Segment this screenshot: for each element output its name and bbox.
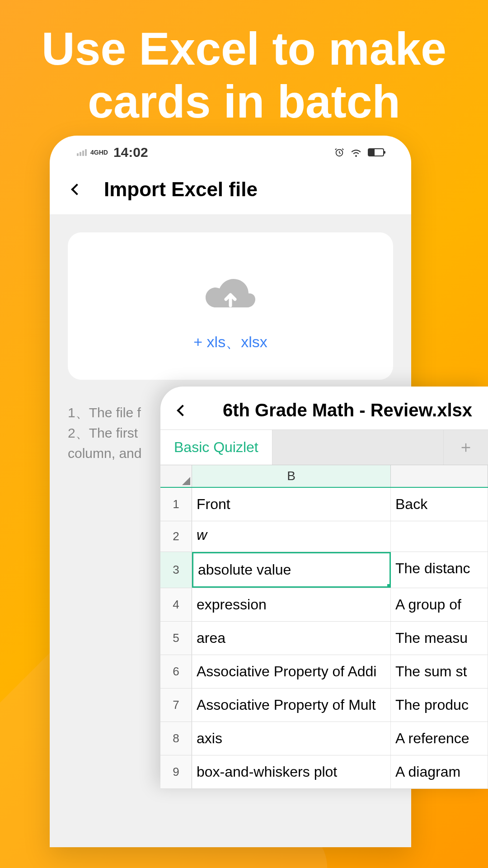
table-row[interactable]: 6 Associative Property of Addi The sum s…	[160, 655, 488, 689]
cell[interactable]: A group of	[391, 588, 488, 621]
row-number[interactable]: 5	[160, 622, 192, 655]
cell[interactable]: The measu	[391, 622, 488, 655]
table-row[interactable]: 7 Associative Property of Mult The produ…	[160, 689, 488, 722]
chevron-left-icon	[71, 184, 82, 195]
page-header: Import Excel file	[50, 165, 411, 214]
cell[interactable]: expression	[192, 588, 391, 621]
table-row-selected[interactable]: 3 absolute value The distanc	[160, 552, 488, 588]
row-number[interactable]: 6	[160, 655, 192, 688]
cell[interactable]: area	[192, 622, 391, 655]
spreadsheet-overlay: 6th Grade Math - Review.xlsx Basic Quizl…	[160, 387, 488, 789]
table-row[interactable]: 1 Front Back	[160, 488, 488, 521]
row-number[interactable]: 1	[160, 488, 192, 521]
cell[interactable]: Back	[391, 488, 488, 521]
upload-card[interactable]: + xls、xlsx	[68, 232, 393, 380]
row-number[interactable]: 4	[160, 588, 192, 621]
sheet-tab-empty[interactable]	[272, 430, 444, 465]
battery-icon	[368, 148, 384, 156]
status-bar: 4GHD 14:02	[50, 136, 411, 165]
wifi-icon	[351, 148, 361, 157]
cell[interactable]: Associative Property of Mult	[192, 689, 391, 722]
cell[interactable]: The sum st	[391, 655, 488, 688]
column-header-b[interactable]: B	[192, 465, 391, 487]
alarm-icon	[334, 147, 344, 157]
chevron-left-icon	[177, 405, 188, 416]
column-headers: B	[160, 465, 488, 488]
upload-format-text: + xls、xlsx	[193, 332, 267, 353]
sheet-tabs: Basic Quizlet	[160, 429, 488, 465]
spreadsheet-grid[interactable]: B 1 Front Back 2 w 3 absolute value The …	[160, 465, 488, 789]
cell[interactable]: Associative Property of Addi	[192, 655, 391, 688]
cell[interactable]: axis	[192, 722, 391, 755]
cell[interactable]: Front	[192, 488, 391, 521]
row-number[interactable]: 7	[160, 689, 192, 722]
cell[interactable]: The produc	[391, 689, 488, 722]
cell[interactable]: A reference	[391, 722, 488, 755]
cell-selected[interactable]: absolute value	[192, 552, 391, 588]
back-button[interactable]	[68, 180, 86, 198]
column-header-c[interactable]	[391, 465, 488, 487]
row-number[interactable]: 3	[160, 552, 192, 588]
spreadsheet-filename: 6th Grade Math - Review.xlsx	[223, 400, 472, 420]
cell[interactable]: A diagram	[391, 755, 488, 788]
spreadsheet-header: 6th Grade Math - Review.xlsx	[160, 387, 488, 429]
cell[interactable]: box-and-whiskers plot	[192, 755, 391, 788]
table-row[interactable]: 5 area The measu	[160, 622, 488, 655]
row-number[interactable]: 9	[160, 755, 192, 788]
cell[interactable]	[391, 521, 488, 552]
table-row[interactable]: 9 box-and-whiskers plot A diagram	[160, 755, 488, 789]
row-number[interactable]: 8	[160, 722, 192, 755]
spreadsheet-back-button[interactable]	[176, 401, 189, 420]
row-number[interactable]: 2	[160, 521, 192, 552]
table-row[interactable]: 2 w	[160, 521, 488, 552]
hero-title: Use Excel to make cards in batch	[0, 0, 488, 147]
cell[interactable]: w	[192, 521, 391, 552]
status-time: 14:02	[113, 145, 148, 160]
table-row[interactable]: 8 axis A reference	[160, 722, 488, 755]
cloud-upload-icon	[201, 278, 260, 316]
select-all-cell[interactable]	[160, 465, 192, 487]
table-row[interactable]: 4 expression A group of	[160, 588, 488, 622]
signal-icon	[77, 149, 87, 156]
cell[interactable]: The distanc	[391, 552, 488, 588]
add-sheet-button[interactable]	[444, 430, 488, 465]
page-title: Import Excel file	[104, 178, 258, 201]
network-label: 4GHD	[90, 149, 108, 156]
sheet-tab-active[interactable]: Basic Quizlet	[160, 430, 272, 465]
plus-icon	[460, 441, 472, 454]
